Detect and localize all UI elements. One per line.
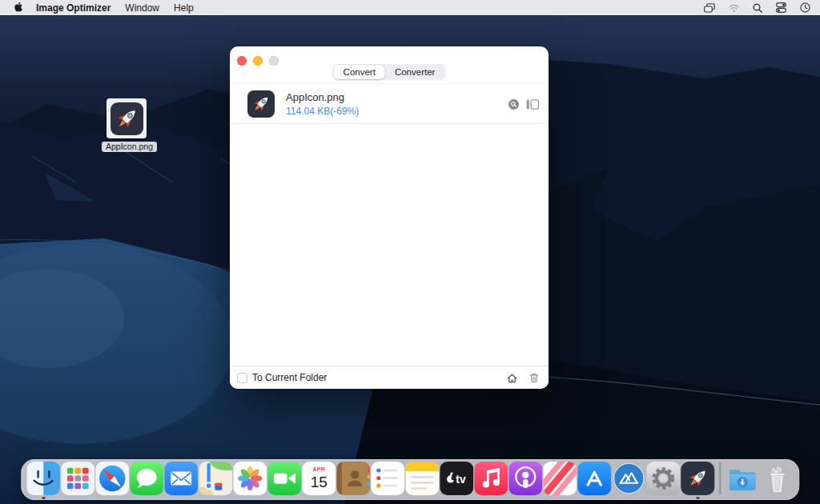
window-footer: To Current Folder (230, 366, 549, 389)
file-thumbnail-rocket-icon (247, 90, 275, 118)
home-folder-icon[interactable] (506, 372, 518, 384)
minimize-button[interactable] (253, 56, 263, 66)
dock-item-system-preferences[interactable] (646, 462, 680, 495)
file-list: AppIcon.png 114.04 KB(-69%) (230, 85, 549, 366)
clock-icon[interactable] (800, 2, 810, 13)
window-titlebar[interactable]: Convert Converter (230, 46, 549, 84)
compare-view-icon[interactable] (526, 99, 539, 110)
dock-item-reminders[interactable] (371, 462, 404, 495)
dock-item-calendar[interactable]: APR 15 (302, 462, 336, 495)
dock-item-contacts[interactable] (336, 462, 370, 495)
apple-menu-icon[interactable] (13, 2, 23, 14)
dock-item-facetime[interactable] (267, 462, 301, 495)
dock: APR 15 (21, 459, 799, 500)
calendar-month: APR (312, 466, 325, 472)
dock-item-notes[interactable] (405, 462, 439, 495)
tv-logo-text: tv (456, 473, 466, 486)
desktop-file-thumbnail[interactable] (107, 98, 147, 138)
dock-separator (719, 462, 721, 494)
desktop: Image Optimizer Window Help (0, 0, 820, 504)
dock-item-mail[interactable] (164, 462, 198, 495)
dock-item-downloads-folder[interactable] (726, 462, 759, 495)
dock-item-launchpad[interactable] (61, 462, 94, 495)
spotlight-search-icon[interactable] (753, 3, 762, 13)
file-row[interactable]: AppIcon.png 114.04 KB(-69%) (230, 85, 549, 124)
dock-item-messages[interactable] (130, 462, 163, 495)
dock-item-image-optimizer[interactable] (681, 462, 714, 495)
dock-item-trash[interactable] (760, 462, 794, 495)
dock-item-image-viewer[interactable] (612, 462, 645, 495)
control-center-icon[interactable] (776, 2, 786, 13)
menu-help[interactable]: Help (174, 2, 194, 14)
to-current-folder-label: To Current Folder (252, 372, 327, 383)
rocket-app-icon (111, 102, 143, 135)
clear-list-trash-icon[interactable] (529, 372, 540, 383)
preview-magnifier-icon[interactable] (508, 99, 519, 110)
windows-mirror-icon[interactable] (704, 3, 715, 13)
to-current-folder-checkbox[interactable] (237, 373, 247, 383)
tab-convert[interactable]: Convert (334, 65, 385, 79)
dock-item-app-store[interactable] (577, 462, 611, 495)
file-name: AppIcon.png (286, 91, 359, 103)
dock-item-music[interactable] (474, 462, 508, 495)
menu-app-name[interactable]: Image Optimizer (36, 2, 111, 14)
image-optimizer-window: Convert Converter AppIcon.png 114.04 KB(… (230, 46, 549, 389)
file-size-savings: 114.04 KB(-69%) (286, 106, 359, 117)
wifi-icon[interactable] (729, 3, 739, 13)
dock-item-podcasts[interactable] (508, 462, 542, 495)
menu-window[interactable]: Window (125, 2, 159, 14)
dock-item-news[interactable] (543, 462, 577, 495)
desktop-file-label: AppIcon.png (102, 142, 157, 152)
zoom-button-disabled (269, 56, 279, 66)
mode-segmented-control: Convert Converter (333, 64, 446, 80)
dock-item-photos[interactable] (233, 462, 267, 495)
menu-bar: Image Optimizer Window Help (0, 0, 820, 15)
dock-item-tv[interactable]: tv (440, 462, 473, 495)
calendar-day: 15 (311, 474, 328, 490)
dock-item-finder[interactable] (26, 462, 60, 495)
traffic-lights (237, 56, 279, 66)
desktop-file-appicon[interactable]: AppIcon.png (102, 98, 151, 153)
dock-item-maps[interactable] (199, 462, 232, 495)
tab-converter[interactable]: Converter (385, 65, 445, 79)
dock-item-safari[interactable] (95, 462, 129, 495)
close-button[interactable] (237, 56, 247, 66)
